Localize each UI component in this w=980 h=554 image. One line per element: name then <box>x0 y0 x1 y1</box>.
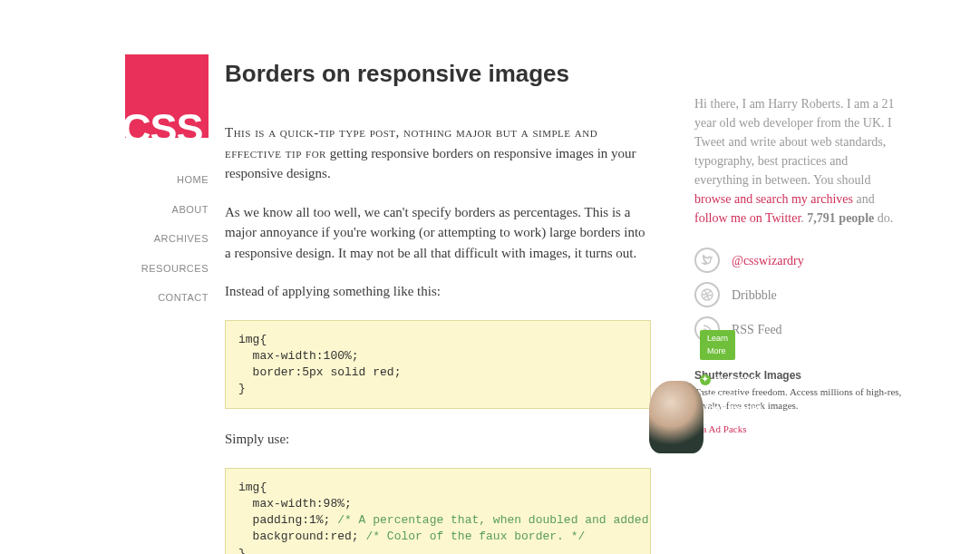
ad-via-link[interactable]: via Ad Packs <box>694 422 903 437</box>
dribbble-icon <box>694 282 720 307</box>
article-body: This is a quick-tip type post, nothing m… <box>225 122 651 554</box>
social-item-dribbble[interactable]: Dribbble <box>694 282 903 307</box>
dribbble-link[interactable]: Dribbble <box>732 286 777 305</box>
site-logo[interactable]: CSS <box>125 54 209 138</box>
main-nav: HOME ABOUT ARCHIVES RESOURCES CONTACT <box>0 165 209 313</box>
twitter-handle[interactable]: @csswizardry <box>732 251 804 270</box>
bio-archives-link[interactable]: browse and search my archives <box>694 192 853 206</box>
nav-archives[interactable]: ARCHIVES <box>0 224 209 254</box>
lead-paragraph: This is a quick-tip type post, nothing m… <box>225 122 651 184</box>
code-block-1: img{ max-width:100%; border:5px solid re… <box>225 320 651 410</box>
nav-contact[interactable]: CONTACT <box>0 283 209 313</box>
bio-twitter-link[interactable]: follow me on Twitter <box>694 211 800 225</box>
twitter-icon <box>694 248 720 273</box>
nav-home[interactable]: HOME <box>0 165 209 195</box>
rss-link[interactable]: RSS Feed <box>732 320 782 339</box>
nav-resources[interactable]: RESOURCES <box>0 254 209 284</box>
paragraph-2: As we know all too well, we can't specif… <box>225 202 651 264</box>
bio-post: do. <box>874 211 893 225</box>
paragraph-4: Simply use: <box>225 429 651 450</box>
author-bio: Hi there, I am Harry Roberts. I am a 21 … <box>694 94 903 228</box>
follower-count: 7,791 people <box>807 211 874 225</box>
article-title: Borders on responsive images <box>225 56 651 92</box>
paragraph-3: Instead of applying something like this: <box>225 281 651 302</box>
social-links: @csswizardry Dribbble RSS Feed <box>694 248 903 342</box>
logo-text: CSS <box>125 108 203 138</box>
nav-about[interactable]: ABOUT <box>0 195 209 225</box>
bio-and: and <box>853 192 875 206</box>
code-block-2: img{ max-width:98%; padding:1%; /* A per… <box>225 468 651 554</box>
social-item-twitter[interactable]: @csswizardry <box>694 248 903 273</box>
bio-text-pre: Hi there, I am Harry Roberts. I am a 21 … <box>694 97 894 187</box>
